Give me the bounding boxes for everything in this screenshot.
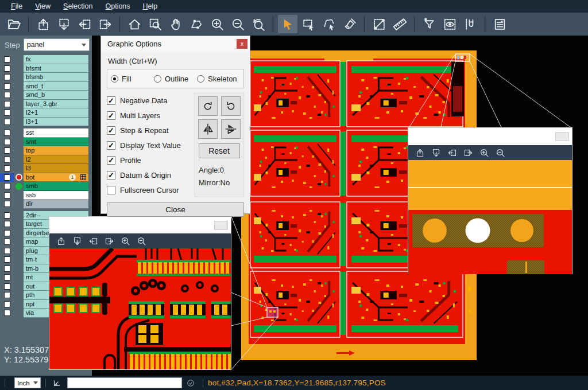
layer-checkbox-cell[interactable] — [0, 300, 14, 309]
checkbox-icon[interactable]: ✓ — [107, 111, 115, 120]
layer-checkbox-cell[interactable] — [0, 108, 14, 118]
layer-checkbox-cell[interactable] — [0, 264, 14, 274]
layer-row-ssb[interactable]: ssb — [0, 191, 92, 200]
pan-left-icon[interactable] — [75, 15, 94, 33]
layer-checkbox-cell[interactable] — [0, 73, 14, 82]
zoom-source-rect-top[interactable] — [455, 54, 470, 61]
layer-checkbox[interactable] — [4, 165, 10, 171]
dialog-titlebar[interactable]: Graphic Options x — [101, 36, 250, 51]
layer-checkbox-cell[interactable] — [0, 138, 14, 147]
select-rect-icon[interactable] — [299, 15, 318, 33]
menu-view[interactable]: View — [29, 1, 57, 11]
checkbox-icon[interactable]: ✓ — [107, 96, 115, 105]
home-icon[interactable] — [125, 15, 144, 33]
layer-name[interactable]: smt — [24, 138, 88, 147]
layer-checkbox[interactable] — [4, 301, 10, 307]
layer-checkbox[interactable] — [4, 101, 10, 107]
layer-name[interactable]: bfsmb — [24, 73, 88, 82]
zoom-window-titlebar[interactable] — [49, 217, 231, 233]
pan-left-icon[interactable] — [444, 146, 459, 159]
pan-down-icon[interactable] — [54, 15, 74, 33]
pan-down-icon[interactable] — [428, 146, 443, 159]
layer-checkbox[interactable] — [4, 147, 10, 154]
layer-checkbox[interactable] — [4, 56, 10, 63]
layer-checkbox[interactable] — [4, 157, 10, 163]
layer-row-bfsmt[interactable]: bfsmt — [0, 64, 92, 73]
checkbox-profile[interactable]: ✓Profile — [107, 153, 194, 167]
checkbox-step-repeat[interactable]: ✓Step & Repeat — [107, 123, 194, 138]
layer-name[interactable]: smd_t — [24, 82, 88, 91]
layer-checkbox[interactable] — [4, 130, 10, 136]
layer-row-l2+1[interactable]: l2+1 — [0, 108, 92, 118]
zoom-window-icon[interactable] — [145, 15, 165, 33]
clean-icon[interactable] — [340, 15, 359, 33]
select-arrow-icon[interactable] — [278, 15, 297, 33]
pan-up-icon[interactable] — [53, 235, 68, 247]
checkbox-negative-data[interactable]: ✓Negative Data — [107, 93, 194, 108]
checkbox-fullscreen-cursor[interactable]: Fullscreen Cursor — [107, 182, 194, 197]
open-icon[interactable] — [4, 15, 24, 33]
layer-checkbox-cell[interactable] — [0, 309, 14, 318]
checkbox-display-text-value[interactable]: ✓Display Text Value — [107, 138, 194, 153]
checkbox-multi-layers[interactable]: ✓Multi Layers — [107, 108, 194, 123]
layer-row-smd_b[interactable]: smd_b — [0, 91, 92, 100]
layer-row-sst[interactable]: sst — [0, 128, 92, 138]
layer-row-smb[interactable]: smb — [0, 182, 92, 191]
layer-name[interactable]: smb — [24, 182, 88, 191]
zoom-in-icon[interactable] — [118, 235, 133, 247]
select-polygon-icon[interactable] — [319, 15, 339, 33]
layer-row-dir[interactable]: dir — [0, 200, 92, 209]
grid-icon[interactable] — [80, 174, 86, 181]
layer-checkbox-cell[interactable] — [0, 82, 14, 91]
zoom-source-rect-bottom[interactable] — [267, 307, 278, 317]
angle-measure-icon[interactable] — [53, 379, 61, 387]
layer-checkbox[interactable] — [4, 292, 10, 298]
layer-checkbox-cell[interactable] — [0, 282, 14, 291]
layer-checkbox[interactable] — [4, 92, 10, 98]
units-select[interactable]: Inch — [14, 377, 41, 388]
layer-checkbox-cell[interactable] — [0, 100, 14, 109]
layer-checkbox-cell[interactable] — [0, 255, 14, 264]
layer-name[interactable]: bot1 — [24, 173, 88, 182]
checkbox-icon[interactable]: ✓ — [107, 141, 115, 150]
layer-checkbox[interactable] — [4, 83, 10, 89]
report-icon[interactable] — [490, 15, 509, 33]
close-button[interactable]: Close — [107, 202, 244, 217]
window-button[interactable] — [555, 132, 569, 141]
zoom-out-icon[interactable] — [134, 235, 149, 247]
zoom-previous-icon[interactable] — [249, 15, 268, 33]
mirror-horizontal-button[interactable] — [221, 119, 241, 139]
layer-checkbox-cell[interactable] — [0, 237, 14, 247]
layer-checkbox-cell[interactable] — [0, 91, 14, 100]
zoom-in-icon[interactable] — [477, 146, 492, 159]
layer-checkbox[interactable] — [4, 74, 10, 80]
radio-icon[interactable] — [154, 75, 161, 83]
window-button[interactable] — [214, 221, 228, 230]
layer-checkbox-cell[interactable] — [0, 155, 14, 165]
layer-row-l2[interactable]: l2 — [0, 155, 92, 165]
pan-left-icon[interactable] — [86, 235, 100, 247]
menu-options[interactable]: Options — [99, 1, 136, 11]
zoom-window-titlebar[interactable] — [408, 128, 572, 145]
layer-row-bot[interactable]: bot1 — [0, 173, 92, 182]
layer-row-top[interactable]: top — [0, 146, 92, 155]
pan-hand-icon[interactable] — [166, 15, 185, 33]
zoom-in-icon[interactable] — [207, 15, 227, 33]
layer-checkbox-cell[interactable] — [0, 220, 14, 229]
radio-icon[interactable] — [111, 75, 118, 83]
zoom-out-icon[interactable] — [493, 146, 508, 159]
layer-name[interactable]: l2 — [24, 155, 88, 165]
layer-name[interactable]: top — [24, 146, 88, 155]
layer-row-l3+1[interactable]: l3+1 — [0, 118, 92, 127]
rotate-ccw-button[interactable] — [221, 96, 241, 116]
layer-checkbox[interactable] — [4, 221, 10, 227]
pan-up-icon[interactable] — [412, 146, 427, 159]
view-options-icon[interactable] — [440, 15, 459, 33]
menu-file[interactable]: File — [5, 1, 29, 11]
layer-checkbox-cell[interactable] — [0, 273, 14, 282]
zoom-out-icon[interactable] — [228, 15, 247, 33]
layer-checkbox[interactable] — [4, 110, 10, 116]
layer-name[interactable]: l2+1 — [24, 108, 88, 118]
layer-checkbox[interactable] — [4, 139, 10, 145]
layer-checkbox[interactable] — [4, 192, 10, 198]
